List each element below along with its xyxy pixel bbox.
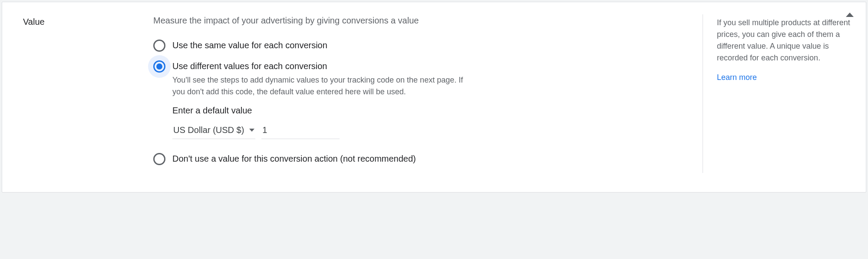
option-no-value[interactable]: Don't use a value for this conversion ac… [153,152,685,165]
default-value-label: Enter a default value [172,106,685,116]
option-same-value[interactable]: Use the same value for each conversion [153,39,685,52]
radio-checked-icon [153,60,165,73]
collapse-button[interactable] [846,13,854,17]
option-different-values[interactable]: Use different values for each conversion… [153,60,685,98]
radio-selected-halo [148,55,171,78]
currency-select[interactable]: US Dollar (USD $) [172,123,255,139]
chevron-up-icon [846,13,854,17]
section-title: Value [23,14,153,173]
main-column: Measure the impact of your advertising b… [153,14,703,173]
option-same-label: Use the same value for each conversion [172,39,327,52]
help-panel: If you sell multiple products at differe… [703,14,850,173]
value-section-card: Value Measure the impact of your adverti… [2,2,866,193]
radio-unchecked-icon [153,40,165,52]
option-none-label: Don't use a value for this conversion ac… [172,152,416,165]
default-value-block: Enter a default value US Dollar (USD $) [172,106,685,139]
learn-more-link[interactable]: Learn more [717,72,757,83]
radio-unchecked-icon [153,153,165,165]
option-different-description: You'll see the steps to add dynamic valu… [172,74,476,98]
help-text: If you sell multiple products at differe… [717,17,850,64]
caret-down-icon [249,129,254,132]
default-value-input[interactable] [261,123,340,139]
option-different-label: Use different values for each conversion [172,60,476,73]
section-subtitle: Measure the impact of your advertising b… [153,14,685,27]
currency-value: US Dollar (USD $) [173,125,244,135]
